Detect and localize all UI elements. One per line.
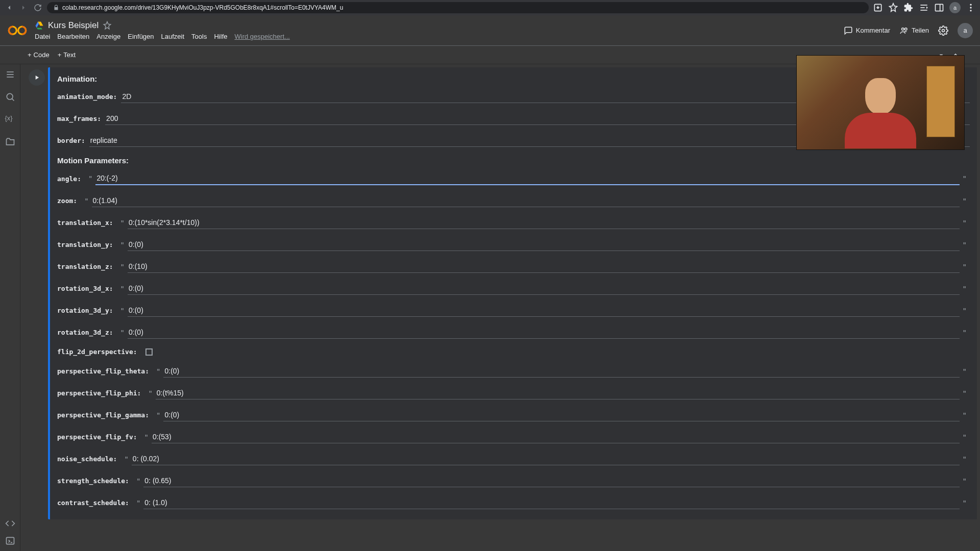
url-bar[interactable]: colab.research.google.com/drive/13G9KHyM… [47, 2, 869, 13]
svg-point-7 [970, 7, 971, 8]
variables-icon[interactable]: {x} [5, 114, 15, 124]
reload-button[interactable] [33, 3, 43, 13]
browser-menu-icon[interactable] [966, 3, 976, 13]
input-translation-y[interactable] [128, 238, 960, 251]
menu-einfugen[interactable]: Einfügen [128, 33, 154, 40]
svg-point-6 [970, 4, 971, 6]
input-flip-gamma[interactable] [163, 409, 959, 421]
input-zoom[interactable] [92, 194, 960, 207]
section-motion: Motion Parameters: [57, 156, 970, 165]
label-rotation-3d-y: rotation_3d_y: [57, 307, 117, 314]
input-contrast[interactable] [143, 496, 959, 509]
input-noise[interactable] [132, 453, 960, 465]
input-rotation-3d-z[interactable] [128, 326, 960, 339]
forward-button[interactable] [18, 3, 29, 13]
checkbox-flip-2d[interactable] [145, 348, 153, 356]
svg-point-17 [7, 93, 13, 99]
input-angle[interactable] [95, 172, 959, 185]
label-rotation-3d-z: rotation_3d_z: [57, 329, 117, 336]
files-icon[interactable] [5, 137, 15, 147]
save-status[interactable]: Wird gespeichert... [234, 33, 289, 40]
label-border: border: [57, 137, 89, 144]
colab-logo-icon[interactable] [7, 24, 28, 37]
label-flip-phi: perspective_flip_phi: [57, 389, 145, 397]
browser-toolbar: colab.research.google.com/drive/13G9KHyM… [0, 0, 980, 15]
document-title[interactable]: Kurs Beispiel [48, 20, 99, 31]
lock-icon [53, 5, 59, 11]
svg-line-18 [12, 98, 14, 101]
input-translation-z[interactable] [128, 260, 960, 273]
reading-list-icon[interactable] [919, 3, 929, 13]
browser-avatar[interactable]: a [949, 2, 961, 13]
label-flip-gamma: perspective_flip_gamma: [57, 411, 153, 419]
menu-anzeige[interactable]: Anzeige [96, 33, 120, 40]
menu-datei[interactable]: Datei [35, 33, 50, 40]
svg-point-13 [942, 29, 945, 32]
menu-bar: Datei Bearbeiten Anzeige Einfügen Laufze… [35, 33, 837, 40]
input-flip-fv[interactable] [152, 431, 960, 443]
share-button[interactable]: Teilen [899, 26, 929, 35]
settings-gear-icon[interactable] [938, 26, 948, 36]
label-flip-2d: flip_2d_perspective: [57, 348, 141, 356]
svg-rect-4 [936, 4, 943, 11]
star-button[interactable] [103, 21, 112, 30]
svg-point-8 [970, 10, 971, 11]
menu-tools[interactable]: Tools [191, 33, 207, 40]
comment-button[interactable]: Kommentar [844, 26, 890, 35]
label-translation-x: translation_x: [57, 219, 117, 227]
webcam-overlay [796, 55, 965, 150]
back-button[interactable] [4, 3, 14, 13]
drive-icon [35, 21, 44, 30]
left-rail: {x} [0, 64, 20, 551]
label-rotation-3d-x: rotation_3d_x: [57, 285, 117, 292]
code-snippets-icon[interactable] [5, 518, 15, 529]
install-icon[interactable] [873, 3, 883, 13]
label-animation-mode: animation_mode: [57, 93, 121, 101]
label-flip-theta: perspective_flip_theta: [57, 367, 153, 375]
input-strength[interactable] [143, 474, 959, 487]
add-code-button[interactable]: +Code [28, 51, 50, 59]
side-panel-icon[interactable] [934, 3, 944, 13]
label-translation-y: translation_y: [57, 241, 117, 248]
input-rotation-3d-y[interactable] [128, 304, 960, 317]
label-max-frames: max_frames: [57, 115, 105, 122]
label-noise: noise_schedule: [57, 455, 121, 463]
label-translation-z: translation_z: [57, 263, 117, 270]
svg-rect-19 [6, 537, 14, 544]
svg-point-12 [905, 28, 908, 30]
command-palette-icon[interactable] [5, 536, 15, 546]
label-strength: strength_schedule: [57, 477, 133, 485]
search-icon[interactable] [5, 92, 15, 102]
label-angle: angle: [57, 175, 85, 183]
extension-icon[interactable] [903, 3, 914, 13]
label-flip-fv: perspective_flip_fv: [57, 433, 141, 441]
input-rotation-3d-x[interactable] [128, 282, 960, 295]
label-zoom: zoom: [57, 197, 81, 205]
run-cell-button[interactable] [29, 69, 45, 86]
input-translation-x[interactable] [128, 216, 960, 229]
menu-hilfe[interactable]: Hilfe [214, 33, 227, 40]
input-flip-theta[interactable] [163, 365, 959, 378]
add-text-button[interactable]: +Text [58, 51, 76, 59]
menu-laufzeit[interactable]: Laufzeit [161, 33, 185, 40]
colab-header: Kurs Beispiel Datei Bearbeiten Anzeige E… [0, 15, 980, 46]
star-icon[interactable] [888, 3, 898, 13]
label-contrast: contrast_schedule: [57, 499, 133, 507]
url-text: colab.research.google.com/drive/13G9KHyM… [62, 4, 343, 11]
svg-point-11 [902, 28, 904, 30]
menu-bearbeiten[interactable]: Bearbeiten [57, 33, 89, 40]
user-avatar[interactable]: a [958, 23, 973, 38]
toc-icon[interactable] [5, 69, 15, 80]
input-flip-phi[interactable] [156, 387, 960, 399]
